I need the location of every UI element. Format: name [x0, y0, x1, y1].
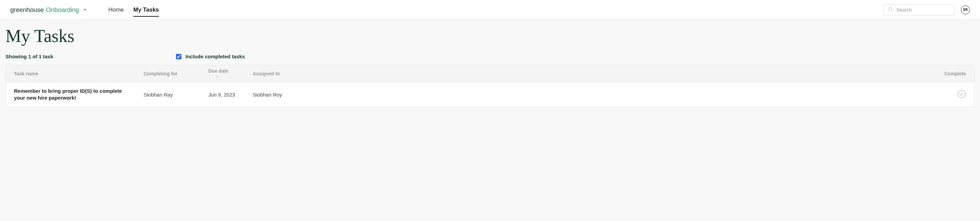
include-completed-checkbox[interactable]	[176, 54, 181, 59]
table-header: Task name Completing for Due date ↑ Assi…	[6, 65, 974, 82]
cell-assigned-to: Siobhan Roy	[245, 92, 940, 97]
col-assigned-to[interactable]: Assigned to	[245, 71, 936, 76]
top-header: greenhouse Onboarding Home My Tasks SR	[0, 0, 980, 20]
col-completing-for[interactable]: Completing for	[135, 71, 200, 76]
col-due-date[interactable]: Due date ↑	[200, 68, 245, 79]
search-input[interactable]	[883, 5, 955, 15]
search-wrap	[883, 5, 955, 15]
sort-asc-icon: ↑	[216, 74, 218, 79]
brand-onboarding: Onboarding	[46, 6, 79, 14]
include-completed-label: Include completed tasks	[186, 54, 245, 59]
page-body: My Tasks Showing 1 of 1 task Include com…	[0, 20, 980, 117]
brand-switcher[interactable]: greenhouse Onboarding	[10, 6, 87, 14]
complete-check-icon[interactable]	[957, 90, 966, 99]
include-completed-toggle[interactable]: Include completed tasks	[176, 54, 245, 59]
tasks-table: Task name Completing for Due date ↑ Assi…	[5, 65, 975, 107]
cell-complete	[940, 90, 974, 100]
header-right: SR	[883, 5, 970, 15]
col-complete[interactable]: Complete	[936, 71, 974, 76]
col-task-name[interactable]: Task name	[6, 71, 135, 76]
avatar[interactable]: SR	[961, 5, 970, 14]
primary-nav: Home My Tasks	[103, 0, 164, 19]
chevron-down-icon	[83, 7, 87, 12]
svg-point-2	[958, 91, 965, 98]
page-title: My Tasks	[5, 26, 975, 46]
nav-my-tasks[interactable]: My Tasks	[129, 0, 164, 19]
cell-completing-for: Siobhan Ray	[135, 92, 200, 97]
filter-row: Showing 1 of 1 task Include completed ta…	[5, 54, 975, 59]
brand-greenhouse: greenhouse	[10, 6, 44, 14]
table-row[interactable]: Remember to bring proper ID(S) to comple…	[6, 82, 974, 107]
showing-count: Showing 1 of 1 task	[5, 54, 53, 59]
nav-home[interactable]: Home	[103, 0, 129, 19]
col-due-date-label: Due date	[208, 68, 229, 74]
cell-task-name: Remember to bring proper ID(S) to comple…	[6, 83, 135, 107]
cell-due-date: Jun 9, 2023	[200, 92, 245, 97]
